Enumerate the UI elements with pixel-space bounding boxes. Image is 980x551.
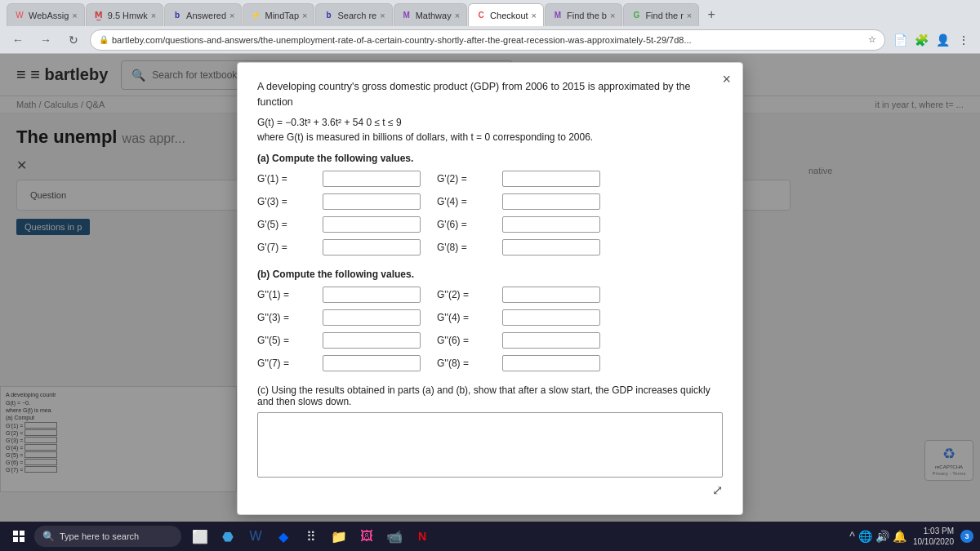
part-c-textarea[interactable] (257, 412, 723, 478)
notification-badge: 3 (960, 530, 973, 543)
tab-close-checkout[interactable]: × (532, 11, 537, 20)
g-prime-4-input[interactable] (502, 193, 600, 210)
taskbar-cortana-icon[interactable]: ⬜ (188, 524, 212, 549)
part-a-inputs: G'(1) = G'(2) = G'(3) = G'(4) = G'(5) = (257, 171, 723, 259)
g-dbl-prime-3-label: G''(3) = (257, 312, 323, 323)
refresh-button[interactable]: ↻ (62, 29, 85, 51)
tab-mindtap[interactable]: ⚡ MindTap × (243, 3, 314, 26)
g-dbl-prime-4-input[interactable] (502, 309, 600, 326)
g-prime-4-label: G'(4) = (437, 196, 502, 207)
modal-description: where G(t) is measured in billions of do… (257, 131, 723, 143)
taskbar-apps-icon[interactable]: ⠿ (299, 524, 323, 549)
g-dbl-prime-7-input[interactable] (323, 355, 421, 371)
svg-rect-1 (20, 531, 24, 535)
taskbar-netflix-icon[interactable]: N (410, 524, 434, 549)
tab-mathway[interactable]: M Mathway × (394, 3, 467, 26)
tab-label-find-r: Find the r (645, 11, 683, 20)
forward-button[interactable]: → (34, 29, 57, 51)
tab-label-hmwk: 9.5 Hmwk (108, 11, 148, 20)
g-dbl-prime-6-row: G''(6) = (437, 332, 600, 349)
taskbar-photos-icon[interactable]: 🖼 (354, 524, 379, 549)
tab-find-r[interactable]: G Find the r × (623, 3, 699, 26)
tab-webassig[interactable]: W WebAssig × (7, 3, 85, 26)
g-dbl-prime-1-label: G''(1) = (257, 289, 323, 300)
g-dbl-prime-2-input[interactable] (502, 287, 600, 303)
expand-icon[interactable]: ⤢ (257, 482, 723, 498)
g-dbl-prime-5-input[interactable] (323, 332, 421, 349)
address-bar[interactable]: 🔒 bartleby.com/questions-and-answers/the… (90, 29, 885, 51)
g-dbl-prime-1-input[interactable] (323, 287, 421, 303)
tab-search-re[interactable]: b Search re × (315, 3, 392, 26)
menu-icon[interactable]: ⋮ (954, 30, 973, 50)
tray-volume-icon[interactable]: 🔊 (875, 530, 889, 543)
g-prime-7-label: G'(7) = (257, 242, 323, 253)
taskbar-edge-icon[interactable]: ⬣ (216, 524, 240, 549)
g-dbl-prime-3-row: G''(3) = (257, 309, 421, 326)
taskbar-video-icon[interactable]: 📹 (382, 524, 407, 549)
tab-close-search-re[interactable]: × (380, 11, 385, 20)
lock-icon: 🔒 (99, 35, 109, 44)
extension-icon[interactable]: 🧩 (911, 30, 931, 50)
taskbar-folder-icon[interactable]: 📁 (327, 524, 351, 549)
modal-overlay[interactable]: × A developing country's gross domestic … (0, 54, 980, 522)
g-prime-5-label: G'(5) = (257, 219, 323, 230)
g-prime-1-row: G'(1) = (257, 171, 421, 187)
g-prime-6-input[interactable] (502, 216, 600, 233)
tab-favicon-mindtap: ⚡ (250, 10, 261, 21)
g-prime-7-input[interactable] (323, 239, 421, 256)
g-dbl-prime-3-input[interactable] (323, 309, 421, 326)
formula-text: G(t) = −0.3t³ + 3.6t² + 54 0 ≤ t ≤ 9 (257, 117, 402, 128)
g-prime-1-input[interactable] (323, 171, 421, 187)
g-dbl-prime-7-row: G''(7) = (257, 355, 421, 371)
tray-notification-icon[interactable]: 🔔 (893, 530, 906, 543)
tab-favicon-checkout: C (475, 10, 487, 21)
tab-close-find-r[interactable]: × (687, 11, 692, 20)
modal-close-button[interactable]: × (722, 71, 731, 88)
g-dbl-prime-6-input[interactable] (502, 332, 600, 349)
g-prime-3-label: G'(3) = (257, 196, 323, 207)
g-dbl-prime-7-label: G''(7) = (257, 358, 323, 369)
new-tab-button[interactable]: + (700, 3, 723, 26)
g-prime-6-row: G'(6) = (437, 216, 600, 233)
svg-rect-2 (13, 537, 18, 542)
g-prime-8-input[interactable] (502, 239, 600, 256)
tab-answered[interactable]: b Answered × (164, 3, 242, 26)
tab-hmwk[interactable]: M̲ 9.5 Hmwk × (86, 3, 163, 26)
g-prime-3-input[interactable] (323, 193, 421, 210)
tab-close-answered[interactable]: × (229, 11, 234, 20)
taskbar-dropbox-icon[interactable]: ◆ (271, 524, 296, 549)
tab-close-mindtap[interactable]: × (302, 11, 307, 20)
tab-favicon-hmwk: M̲ (93, 10, 105, 21)
part-b-label: (b) Compute the following values. (257, 269, 723, 280)
g-dbl-prime-2-label: G''(2) = (437, 289, 502, 300)
g-dbl-prime-6-label: G''(6) = (437, 335, 502, 346)
taskbar-search-icon: 🔍 (42, 531, 55, 542)
tab-favicon-find-b: M (552, 10, 564, 21)
tab-close-webassig[interactable]: × (72, 11, 77, 20)
tab-close-hmwk[interactable]: × (151, 11, 156, 20)
g-dbl-prime-5-row: G''(5) = (257, 332, 421, 349)
start-button[interactable] (7, 524, 31, 549)
tab-favicon-answered: b (172, 10, 183, 21)
g-dbl-prime-8-input[interactable] (502, 355, 600, 371)
star-icon[interactable]: ☆ (868, 34, 876, 45)
tab-favicon-webassig: W (14, 10, 25, 21)
tab-checkout[interactable]: C Checkout × (468, 3, 544, 26)
tab-close-mathway[interactable]: × (455, 11, 460, 20)
tab-find-b[interactable]: M Find the b × (545, 3, 622, 26)
taskbar-search[interactable]: 🔍 Type here to search (34, 526, 181, 547)
tray-network-icon[interactable]: 🌐 (858, 530, 872, 543)
g-prime-2-input[interactable] (502, 171, 600, 187)
user-profile-icon[interactable]: 👤 (933, 30, 952, 50)
modal-dialog: × A developing country's gross domestic … (237, 62, 743, 515)
back-button[interactable]: ← (7, 29, 29, 51)
datetime-display[interactable]: 1:03 PM 10/10/2020 (913, 526, 954, 547)
tray-chevron-icon[interactable]: ^ (849, 530, 855, 543)
tab-close-find-b[interactable]: × (610, 11, 615, 20)
taskbar: 🔍 Type here to search ⬜ ⬣ W ◆ ⠿ 📁 🖼 📹 N … (0, 522, 980, 551)
g-dbl-prime-2-row: G''(2) = (437, 287, 600, 303)
pdf-icon[interactable]: 📄 (890, 30, 910, 50)
system-tray: ^ 🌐 🔊 🔔 (849, 530, 906, 543)
taskbar-word-icon[interactable]: W (243, 524, 268, 549)
g-prime-5-input[interactable] (323, 216, 421, 233)
